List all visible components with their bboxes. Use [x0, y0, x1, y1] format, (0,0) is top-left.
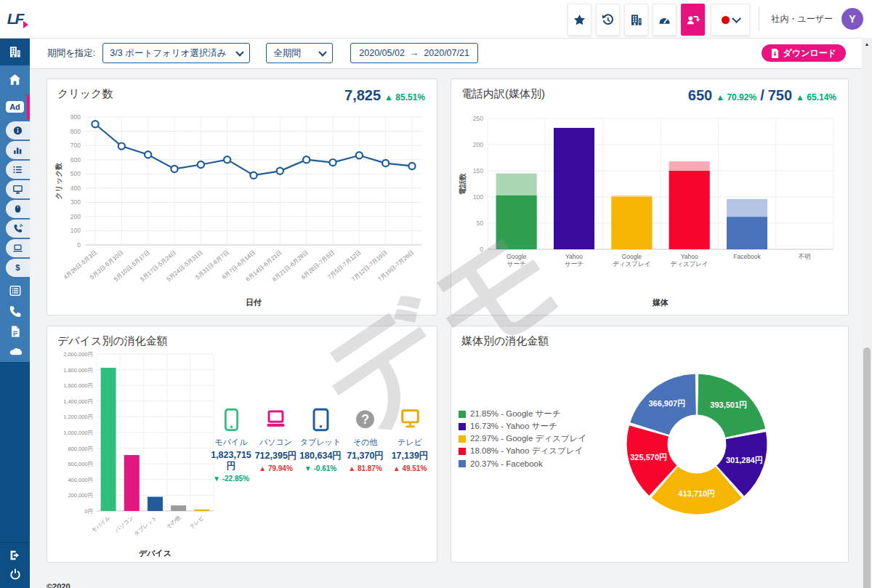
tablet-icon [311, 408, 331, 432]
salesforce-nav-button[interactable] [0, 342, 30, 362]
device-stat-label: パソコン [255, 437, 297, 448]
user-switch-button[interactable] [681, 4, 705, 36]
report-list-nav-button[interactable] [0, 281, 30, 301]
period-select-value: 全期間 [273, 47, 301, 60]
gauge-icon [658, 13, 671, 27]
svg-text:その他: その他 [165, 514, 182, 530]
info-nav-button[interactable] [6, 121, 30, 140]
company-dashboard-button[interactable] [624, 4, 648, 36]
ad-badge: Ad [6, 101, 24, 113]
avatar[interactable]: Y [841, 8, 863, 30]
svg-text:600: 600 [70, 156, 81, 164]
sidebar-bottom [0, 542, 30, 588]
svg-text:Facebook: Facebook [733, 253, 761, 260]
vertical-scrollbar[interactable]: ▲ [862, 38, 872, 588]
performance-button[interactable] [653, 4, 677, 36]
calls-value-1: 650 [688, 87, 712, 104]
svg-text:150: 150 [473, 167, 483, 174]
device-stat: テレビ17,139円▲ 49.51% [389, 408, 431, 483]
svg-text:Google: Google [622, 253, 642, 260]
phone-icon [9, 305, 22, 318]
phone-nav-button[interactable] [0, 301, 30, 321]
device-stat: パソコン712,395円▲ 79.94% [255, 408, 297, 483]
device-stat-label: テレビ [389, 437, 431, 448]
laptop-icon [266, 408, 286, 432]
history-button[interactable] [596, 4, 620, 36]
period-select[interactable]: 全期間 [266, 43, 333, 63]
display-nav-button[interactable] [6, 180, 30, 198]
date-end: 2020/07/21 [424, 48, 469, 58]
favorites-button[interactable] [568, 4, 592, 36]
device-stat: タブレット180,634円▼ -0.61% [299, 408, 342, 483]
user-area: 社内・ユーザー Y [759, 0, 863, 38]
svg-text:デバイス: デバイス [139, 549, 171, 557]
home-icon [8, 73, 22, 86]
svg-text:600,000円: 600,000円 [68, 461, 93, 467]
svg-text:800: 800 [70, 128, 81, 135]
language-selector[interactable] [711, 4, 750, 36]
clicks-chart: 01002003004005006007008009004月26日-5月3日5月… [53, 107, 431, 312]
call-nav-button[interactable] [6, 220, 30, 238]
date-range-input[interactable]: 2020/05/02 → 2020/07/21 [350, 43, 478, 63]
media-spend-title: 媒体別の消化金額 [461, 334, 549, 348]
filter-bar: 期間を指定: 3/3 ポートフォリオ選択済み 全期間 2020/05/02 → … [30, 38, 862, 69]
pc-nav-button[interactable] [6, 239, 30, 257]
scroll-up-arrow[interactable]: ▲ [862, 39, 872, 48]
clicks-change: ▲ 85.51% [384, 92, 425, 102]
billing-nav-button[interactable]: $ [6, 259, 30, 277]
portfolio-select[interactable]: 3/3 ポートフォリオ選択済み [102, 43, 250, 63]
media-spend-panel: 媒体別の消化金額 21.85% - Google サーチ16.73% - Yah… [451, 326, 849, 563]
svg-text:100: 100 [473, 193, 483, 201]
device-stat-value: 1,823,715円 [210, 450, 252, 472]
sidebar-filler [0, 362, 30, 542]
svg-text:400,000円: 400,000円 [68, 477, 93, 483]
company-nav-button[interactable] [0, 38, 30, 65]
star-icon [573, 13, 586, 27]
logout-button[interactable] [0, 546, 30, 565]
download-button[interactable]: ダウンロード [762, 44, 846, 62]
calls-value-2: 750 [768, 87, 792, 104]
monitor-icon [12, 184, 23, 195]
svg-text:0円: 0円 [84, 508, 93, 515]
chevron-down-icon [732, 14, 741, 23]
svg-text:1,000,000円: 1,000,000円 [63, 430, 93, 436]
device-spend-chart: 0円200,000円400,000円600,000円800,000円1,000,… [49, 347, 219, 562]
svg-text:クリック数: クリック数 [54, 163, 62, 200]
ad-nav-button[interactable]: Ad [0, 93, 30, 121]
scrollbar-thumb[interactable] [863, 347, 871, 588]
home-nav-button[interactable] [0, 65, 30, 93]
power-icon [9, 568, 22, 581]
app-logo[interactable]: LF [0, 0, 30, 38]
svg-text:200: 200 [70, 213, 81, 220]
svg-text:日付: 日付 [246, 298, 262, 307]
active-indicator [27, 94, 30, 119]
svg-text:1,200,000円: 1,200,000円 [63, 414, 93, 420]
svg-text:媒体: 媒体 [652, 298, 669, 307]
document-nav-button[interactable] [0, 321, 30, 342]
divider [759, 7, 759, 31]
svg-text:200,000円: 200,000円 [68, 492, 93, 499]
mouse-nav-button[interactable] [6, 200, 30, 218]
media-donut-chart-svg: 393,501円301,284円413,710円325,570円366,907円 [451, 348, 848, 559]
svg-text:テレビ: テレビ [188, 514, 206, 530]
japan-flag-icon [722, 16, 730, 24]
dollar-icon: $ [12, 262, 23, 273]
analytics-nav-button[interactable] [6, 141, 30, 159]
power-button[interactable] [0, 565, 30, 584]
device-stat-change: ▲ 79.94% [255, 464, 297, 472]
mouse-icon [12, 204, 23, 214]
clicks-line-chart-svg: 01002003004005006007008009004月26日-5月3日5月… [53, 107, 431, 312]
svg-text:700: 700 [70, 142, 81, 149]
calls-panel: 電話内訳(媒体別) 650 ▲ 70.92% / 750 ▲ 65.14% 05… [451, 78, 849, 315]
header-icon-buttons [568, 4, 705, 36]
svg-text:Google: Google [506, 253, 527, 260]
salesforce-cloud-icon [9, 345, 22, 358]
portfolio-select-value: 3/3 ポートフォリオ選択済み [110, 47, 226, 60]
svg-text:500: 500 [70, 170, 81, 177]
list-nav-button[interactable] [6, 161, 30, 179]
device-stat-change: ▼ -0.61% [299, 464, 342, 472]
svg-text:Yahoo: Yahoo [565, 253, 583, 260]
device-stat-label: モバイル [210, 437, 252, 448]
svg-text:?: ? [361, 412, 369, 427]
calls-headline: 650 ▲ 70.92% / 750 ▲ 65.14% [688, 87, 836, 104]
